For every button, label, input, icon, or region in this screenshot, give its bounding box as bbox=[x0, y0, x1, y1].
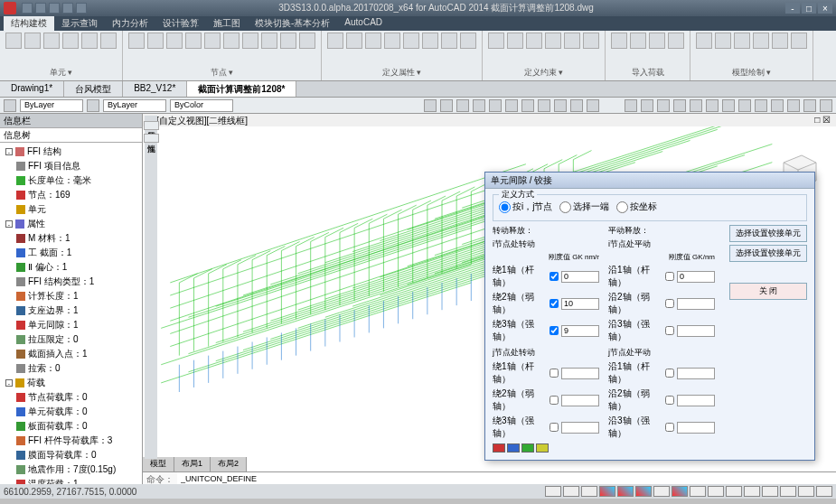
ribbon-tab[interactable]: 结构建模 bbox=[4, 16, 54, 31]
tree-node[interactable]: 截面插入点：1 bbox=[2, 347, 140, 361]
close-button[interactable]: × bbox=[818, 3, 832, 14]
document-tab[interactable]: 台风模型 bbox=[64, 81, 123, 97]
color-select[interactable]: ByLayer bbox=[103, 99, 166, 112]
tool-icon[interactable] bbox=[706, 99, 719, 112]
trans-i-a2-value[interactable] bbox=[677, 298, 715, 310]
ribbon-tool[interactable] bbox=[346, 33, 362, 49]
ribbon-tool[interactable] bbox=[772, 33, 788, 49]
trans-j-a2-check[interactable] bbox=[665, 396, 674, 405]
ribbon-tool[interactable] bbox=[545, 33, 561, 49]
maximize-button[interactable]: □ bbox=[802, 3, 816, 14]
trans-i-a3-check[interactable] bbox=[665, 326, 674, 335]
ribbon-tool[interactable] bbox=[280, 33, 296, 49]
tool-icon[interactable] bbox=[554, 99, 567, 112]
tree-node[interactable]: 单元荷载库：0 bbox=[2, 405, 140, 419]
trans-i-a1-value[interactable] bbox=[677, 271, 715, 283]
document-tab[interactable]: BB2_V12* bbox=[123, 81, 187, 97]
tool-icon[interactable] bbox=[690, 99, 702, 112]
vside-tab[interactable]: 显示控制 bbox=[144, 121, 159, 130]
trans-i-a1-check[interactable] bbox=[665, 272, 674, 281]
ribbon-tool[interactable] bbox=[583, 33, 599, 49]
rot-j-a3-value[interactable] bbox=[561, 422, 599, 434]
document-tab[interactable]: Drawing1* bbox=[0, 81, 64, 97]
tool-icon[interactable] bbox=[673, 99, 686, 112]
close-dialog-button[interactable]: 关 闭 bbox=[729, 283, 807, 300]
ribbon-tool[interactable] bbox=[24, 33, 41, 49]
ribbon-tab[interactable]: 模块切换-基本分析 bbox=[248, 16, 337, 31]
trans-j-a2-value[interactable] bbox=[677, 395, 715, 406]
ribbon-tool[interactable] bbox=[327, 33, 343, 49]
ribbon-tool[interactable] bbox=[166, 33, 183, 49]
ribbon-tool[interactable] bbox=[422, 33, 438, 49]
ribbon-tool[interactable] bbox=[185, 33, 202, 49]
tree-node[interactable]: 计算长度：1 bbox=[2, 289, 140, 303]
ribbon-tool[interactable] bbox=[715, 33, 731, 49]
rot-i-a1-value[interactable] bbox=[561, 271, 599, 283]
tool-icon[interactable] bbox=[625, 99, 637, 112]
ribbon-tool[interactable] bbox=[791, 33, 807, 49]
ribbon-tool[interactable] bbox=[460, 33, 476, 49]
ribbon-tool[interactable] bbox=[43, 33, 60, 49]
ribbon-tool[interactable] bbox=[128, 33, 145, 49]
tree-node[interactable]: FFI 结构类型：1 bbox=[2, 275, 140, 289]
tree-node[interactable]: 单元 bbox=[2, 202, 140, 217]
ribbon-tool[interactable] bbox=[507, 33, 523, 49]
tree-node[interactable]: -属性 bbox=[2, 217, 140, 231]
qat-save-icon[interactable] bbox=[49, 3, 60, 14]
ribbon-tool[interactable] bbox=[62, 33, 79, 49]
ribbon-tool[interactable] bbox=[441, 33, 457, 49]
rot-i-a3-value[interactable] bbox=[561, 325, 599, 337]
sb-icon[interactable] bbox=[617, 486, 634, 497]
layer-icon[interactable] bbox=[4, 99, 16, 112]
radio-by-ij[interactable]: 按i，j节点 bbox=[499, 201, 552, 213]
ribbon-tool[interactable] bbox=[100, 33, 117, 49]
qat-new-icon[interactable] bbox=[22, 3, 33, 14]
ribbon-tool[interactable] bbox=[734, 33, 750, 49]
ribbon-tool[interactable] bbox=[5, 33, 22, 49]
tree-node[interactable]: 膜面导荷载库：0 bbox=[2, 448, 140, 462]
tree-node[interactable]: -荷载 bbox=[2, 376, 140, 390]
info-tree[interactable]: -FFI 结构FFI 项目信息长度单位：毫米节点：169单元-属性M 材料：1工… bbox=[0, 143, 142, 484]
rot-j-a2-check[interactable] bbox=[550, 396, 559, 405]
rot-j-a1-check[interactable] bbox=[550, 369, 559, 378]
tree-node[interactable]: 工 截面：1 bbox=[2, 246, 140, 260]
ribbon-tool[interactable] bbox=[147, 33, 164, 49]
command-input[interactable] bbox=[177, 472, 836, 484]
sb-icon[interactable] bbox=[780, 486, 796, 497]
tree-node[interactable]: 节点：169 bbox=[2, 188, 140, 202]
tree-root[interactable]: 信息树 bbox=[0, 128, 142, 143]
sb-icon[interactable] bbox=[599, 486, 615, 497]
ribbon-tool[interactable] bbox=[81, 33, 98, 49]
rot-j-a1-value[interactable] bbox=[561, 368, 599, 379]
ribbon-tab[interactable]: 设计验算 bbox=[155, 16, 206, 31]
ribbon-tool[interactable] bbox=[564, 33, 580, 49]
tree-node[interactable]: 温度荷载：1 bbox=[2, 477, 140, 484]
tool-icon[interactable] bbox=[538, 99, 550, 112]
layout-tab[interactable]: 布局1 bbox=[174, 457, 211, 471]
tool-icon[interactable] bbox=[489, 99, 502, 112]
sb-icon[interactable] bbox=[635, 486, 652, 497]
rot-i-a3-check[interactable] bbox=[550, 326, 559, 335]
tree-node[interactable]: 支座边界：1 bbox=[2, 303, 140, 318]
tool-icon[interactable] bbox=[505, 99, 518, 112]
tool-icon[interactable] bbox=[521, 99, 534, 112]
select-elements-button-2[interactable]: 选择设置铰接单元 bbox=[729, 245, 807, 262]
tree-node[interactable]: 长度单位：毫米 bbox=[2, 173, 140, 188]
layout-tab[interactable]: 模型 bbox=[143, 457, 174, 471]
select-elements-button[interactable]: 选择设置铰接单元 bbox=[729, 225, 807, 242]
viewport-controls[interactable]: □ ☒ bbox=[814, 115, 831, 126]
tool-icon[interactable] bbox=[440, 99, 453, 112]
qat-redo-icon[interactable] bbox=[76, 3, 87, 14]
tool-icon[interactable] bbox=[424, 99, 437, 112]
layer-select[interactable]: ByLayer bbox=[20, 99, 83, 112]
ribbon-tool[interactable] bbox=[261, 33, 277, 49]
sb-icon[interactable] bbox=[762, 486, 778, 497]
ribbon-tool[interactable] bbox=[299, 33, 315, 49]
trans-j-a3-check[interactable] bbox=[665, 423, 674, 432]
tree-node[interactable]: FFI 杆件导荷载库：3 bbox=[2, 434, 140, 448]
ribbon-tool[interactable] bbox=[242, 33, 258, 49]
rot-i-a2-value[interactable] bbox=[561, 298, 599, 310]
sb-icon[interactable] bbox=[798, 486, 814, 497]
rot-j-a2-value[interactable] bbox=[561, 395, 599, 406]
ribbon-tool[interactable] bbox=[649, 33, 665, 49]
